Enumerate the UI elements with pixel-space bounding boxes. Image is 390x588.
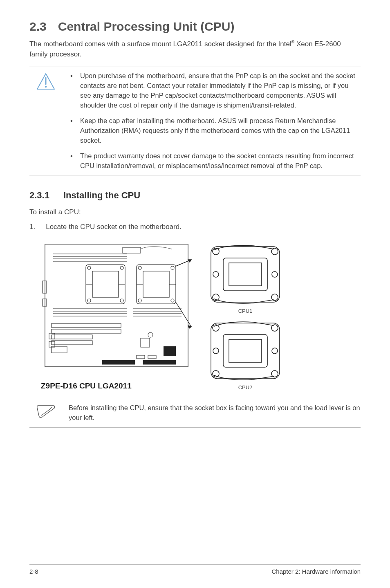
svg-line-51 [176,302,191,327]
svg-point-70 [272,348,278,354]
svg-point-66 [271,325,278,331]
warning-callout: Upon purchase of the motherboard, ensure… [29,67,361,175]
svg-point-61 [272,272,278,277]
step-list: 1. Locate the CPU socket on the motherbo… [29,223,361,231]
svg-point-60 [213,272,219,277]
svg-rect-4 [43,281,47,293]
svg-rect-35 [52,323,121,328]
motherboard-diagram: Z9PE-D16 CPU LGA2011 [41,242,192,391]
cpu1-label: CPU1 [238,308,253,314]
warning-item: The product warranty does not cover dama… [68,151,361,171]
subsection-title: Installing the CPU [63,190,140,200]
svg-point-2 [45,86,47,88]
page-number: 2-8 [29,568,38,575]
svg-point-20 [171,266,174,269]
step-text: Locate the CPU socket on the motherboard… [46,223,182,231]
svg-rect-42 [141,338,150,347]
note-text: Before installing the CPU, ensure that t… [69,403,361,423]
cpu-socket-figure: Z9PE-D16 CPU LGA2011 CPU1 [29,242,361,391]
svg-rect-36 [52,329,121,333]
svg-rect-37 [52,335,92,339]
section-title-text: Central Processing Unit (CPU) [58,20,235,33]
note-callout: Before installing the CPU, ensure that t… [29,398,361,428]
step-intro: To install a CPU: [29,208,361,216]
svg-point-59 [271,294,278,301]
svg-rect-45 [102,360,135,364]
svg-point-21 [138,299,141,302]
subsection-number: 2.3.1 [29,190,49,201]
svg-rect-41 [49,333,55,339]
step-item: 1. Locate the CPU socket on the motherbo… [29,223,361,231]
svg-point-69 [213,348,219,354]
section-heading: 2.3Central Processing Unit (CPU) [29,20,361,34]
svg-rect-44 [164,346,176,356]
chapter-label: Chapter 2: Hardware information [271,568,361,575]
svg-point-68 [271,370,278,377]
svg-marker-50 [188,260,191,262]
svg-rect-62 [211,323,280,379]
svg-point-14 [120,299,123,302]
socket-detail-cpu1: CPU1 [204,242,286,314]
warning-icon [29,71,62,171]
svg-point-19 [138,266,141,269]
svg-point-43 [148,332,153,337]
intro-text-1: The motherboard comes with a surface mou… [29,40,291,48]
figure-caption: Z9PE-D16 CPU LGA2011 [41,382,192,391]
section-number: 2.3 [29,20,47,34]
step-number: 1. [29,223,35,231]
svg-point-12 [120,266,123,269]
svg-point-22 [171,299,174,302]
svg-point-57 [271,248,278,255]
warning-list: Upon purchase of the motherboard, ensure… [68,71,361,171]
svg-rect-5 [43,299,47,306]
warning-item: Keep the cap after installing the mother… [68,116,361,146]
svg-rect-38 [52,341,92,345]
svg-rect-16 [143,271,169,297]
cpu2-label: CPU2 [238,384,253,391]
svg-rect-53 [211,247,280,302]
svg-point-11 [87,266,91,269]
svg-rect-55 [229,263,262,286]
page-footer: 2-8 Chapter 2: Hardware information [29,564,361,575]
warning-item: Upon purchase of the motherboard, ensure… [68,71,361,110]
svg-rect-46 [143,360,176,364]
svg-rect-47 [137,355,145,359]
intro-paragraph: The motherboard comes with a surface mou… [29,39,361,59]
subsection-heading: 2.3.1Installing the CPU [29,190,361,201]
socket-detail-column: CPU1 CPU2 [204,242,286,391]
note-icon [29,403,62,423]
svg-rect-6 [123,247,141,253]
socket-detail-cpu2: CPU2 [204,318,286,391]
svg-rect-64 [229,339,262,362]
svg-point-13 [87,299,91,302]
svg-rect-48 [148,355,156,359]
svg-rect-8 [92,271,119,297]
